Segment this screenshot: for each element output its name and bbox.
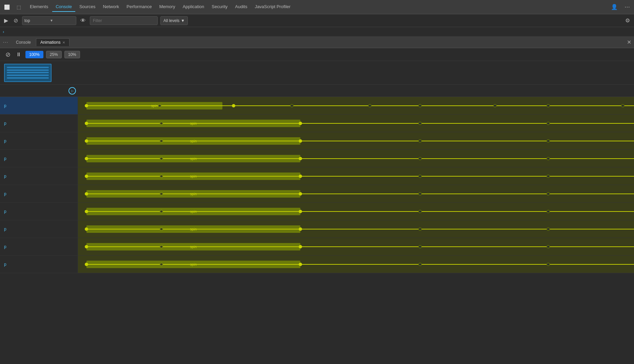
filter-input[interactable] xyxy=(90,16,158,25)
row-track: spin xyxy=(78,150,634,167)
close-animations-tab[interactable]: ✕ xyxy=(62,41,65,44)
device-icon[interactable]: ⬚ xyxy=(15,3,22,11)
levels-select[interactable]: All levels ▼ xyxy=(160,16,188,25)
speed-25-button[interactable]: 25% xyxy=(46,51,62,58)
anim-line xyxy=(86,194,634,194)
inspect-icon[interactable]: ⬜ xyxy=(3,3,11,11)
anim-row[interactable]: pspin xyxy=(0,203,634,220)
anim-dot-hollow xyxy=(160,210,163,213)
anim-row[interactable]: pspin xyxy=(0,150,634,167)
top-toolbar: ⬜ ⬚ ElementsConsoleSourcesNetworkPerform… xyxy=(0,0,634,14)
row-label: p xyxy=(0,185,78,202)
anim-line xyxy=(86,264,634,265)
levels-label: All levels xyxy=(163,18,179,23)
row-track: spin xyxy=(78,97,634,114)
tab-console[interactable]: Console xyxy=(52,2,75,12)
anim-dot-hollow xyxy=(160,227,163,231)
anim-dot-filled xyxy=(85,263,88,266)
anim-dot-filled xyxy=(232,104,235,107)
speed-100-button[interactable]: 100% xyxy=(25,51,43,58)
tab-performance[interactable]: Performance xyxy=(123,2,155,12)
thumb-line-3 xyxy=(7,72,49,73)
anim-dot-dark xyxy=(368,104,372,107)
close-panel-button[interactable]: ✕ xyxy=(627,39,631,45)
context-selector[interactable]: top ▼ xyxy=(22,16,76,25)
row-track: spin xyxy=(78,256,634,273)
anim-line xyxy=(86,158,634,159)
prompt-chevron: › xyxy=(3,29,4,34)
tab-audits[interactable]: Audits xyxy=(232,2,251,12)
anim-row[interactable]: pspin xyxy=(0,132,634,150)
playhead-button[interactable] xyxy=(68,87,76,95)
anim-dot-filled xyxy=(85,227,88,231)
anim-row[interactable]: pspin xyxy=(0,97,634,115)
top-tabs: ElementsConsoleSourcesNetworkPerformance… xyxy=(26,2,294,12)
context-value: top xyxy=(24,18,48,23)
anim-dot-dark xyxy=(418,227,422,231)
tab-application[interactable]: Application xyxy=(179,2,208,12)
anim-dot-filled xyxy=(85,175,88,178)
anim-row[interactable]: pspin xyxy=(0,185,634,203)
anim-dot-filled xyxy=(85,192,88,196)
anim-row[interactable]: pspin xyxy=(0,115,634,132)
anim-dot-dark xyxy=(547,210,550,213)
tab-elements[interactable]: Elements xyxy=(26,2,52,12)
anim-dot-dark xyxy=(547,157,550,160)
anim-dot-filled xyxy=(85,104,88,107)
tab-console[interactable]: Console xyxy=(12,38,35,46)
anim-dot-dark xyxy=(418,122,422,125)
stop-recording-icon[interactable]: ⊘ xyxy=(12,16,19,25)
anim-dot-hollow xyxy=(160,263,163,266)
anim-row[interactable]: pspin xyxy=(0,256,634,273)
thumb-line-2 xyxy=(7,69,49,71)
anim-row[interactable]: pspin xyxy=(0,238,634,256)
anim-row[interactable]: pspin xyxy=(0,167,634,185)
anim-dot-dark xyxy=(418,210,422,213)
anim-dot-dark xyxy=(418,157,422,160)
row-track: spin xyxy=(78,220,634,238)
levels-arrow: ▼ xyxy=(181,18,185,23)
more-icon[interactable]: ⋯ xyxy=(623,2,631,12)
anim-dot-dark xyxy=(418,245,422,248)
anim-dot-hollow xyxy=(158,104,161,107)
thumb-line-1 xyxy=(7,67,49,68)
anim-rows: pspinpspinpspinpspinpspinpspinpspinpspin… xyxy=(0,97,634,364)
anim-line xyxy=(86,105,634,106)
panel-dots: ⋯ xyxy=(3,39,8,45)
tab-animations-label: Animations xyxy=(40,40,60,45)
anim-pause-icon[interactable]: ⏸ xyxy=(15,50,23,59)
anim-line xyxy=(86,229,634,229)
anim-dot-dark xyxy=(621,104,625,107)
anim-row[interactable]: pspin xyxy=(0,220,634,238)
tab-network[interactable]: Network xyxy=(100,2,123,12)
anim-controls: ⊘ ⏸ 100% 25% 10% xyxy=(0,48,634,61)
anim-dot-filled xyxy=(85,157,88,160)
anim-dot-filled xyxy=(299,192,302,196)
anim-dot-filled xyxy=(85,210,88,213)
row-label: p xyxy=(0,150,78,167)
tab-security[interactable]: Security xyxy=(208,2,231,12)
drawer-icon[interactable]: ▶ xyxy=(3,16,9,25)
anim-dot-dark xyxy=(290,104,294,107)
tab-animations[interactable]: Animations ✕ xyxy=(36,38,70,46)
anim-dot-filled xyxy=(299,263,302,266)
anim-stop-icon[interactable]: ⊘ xyxy=(4,49,12,60)
speed-10-button[interactable]: 10% xyxy=(64,51,80,58)
eye-icon[interactable]: 👁 xyxy=(79,16,87,25)
anim-dot-dark xyxy=(547,139,550,143)
tab-javascript-profiler[interactable]: JavaScript Profiler xyxy=(251,2,294,12)
row-track: spin xyxy=(78,115,634,132)
row-label: p xyxy=(0,238,78,255)
anim-line xyxy=(86,246,634,247)
tab-memory[interactable]: Memory xyxy=(156,2,179,12)
user-icon[interactable]: 👤 xyxy=(610,2,619,12)
tab-sources[interactable]: Sources xyxy=(76,2,99,12)
anim-dot-filled xyxy=(85,245,88,248)
row-label: p xyxy=(0,167,78,185)
anim-dot-filled xyxy=(299,175,302,178)
anim-dot-hollow xyxy=(160,122,163,125)
console-prompt: › xyxy=(0,27,634,37)
settings-icon[interactable]: ⚙ xyxy=(624,16,631,25)
anim-dot-hollow xyxy=(160,157,163,160)
thumb-line-5 xyxy=(7,77,49,79)
